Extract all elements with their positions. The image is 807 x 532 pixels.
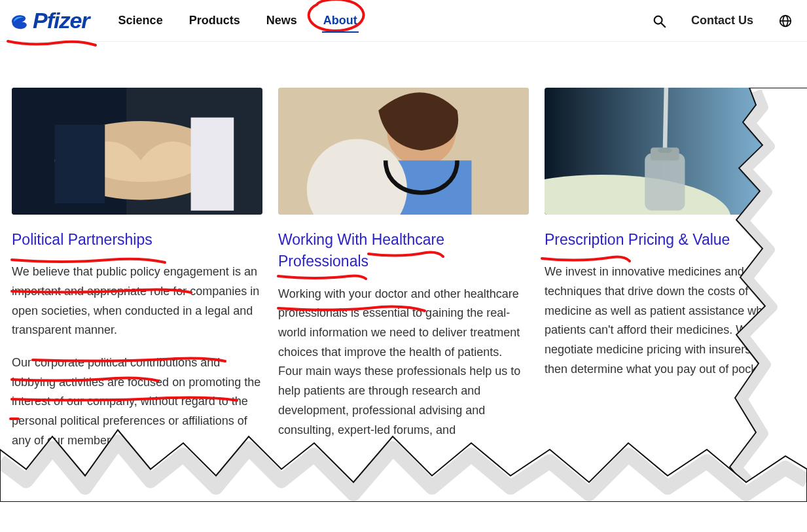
svg-point-19 [658, 148, 672, 154]
card-prescription-pricing: Prescription Pricing & Value We invest i… [545, 88, 795, 464]
contact-link[interactable]: Contact Us [691, 14, 753, 27]
svg-line-1 [662, 23, 666, 26]
nav-item-about[interactable]: About [322, 10, 359, 31]
brand-name: Pfizer [29, 8, 90, 33]
site-header: Pfizer Science Products News About [0, 0, 807, 42]
header-right: Contact Us [652, 14, 793, 28]
card-title-link[interactable]: Political Partnerships [12, 229, 262, 251]
card-body: Working with your doctor and other healt… [278, 285, 529, 440]
nav-item-products[interactable]: Products [188, 10, 242, 31]
svg-rect-9 [191, 118, 234, 211]
main-nav: Science Products News About [117, 10, 359, 31]
svg-point-0 [655, 16, 662, 24]
card-body-text: Our corporate political contributions an… [12, 356, 260, 447]
card-title-link[interactable]: Working With Healthcare Professionals [278, 229, 529, 273]
pfizer-swirl-icon [9, 11, 29, 31]
card-image [545, 88, 795, 215]
card-body-text: Working with your doctor and other healt… [278, 287, 520, 436]
card-body-text: We believe that public policy engagement… [12, 265, 259, 336]
card-image [12, 88, 262, 215]
card-body: Our corporate political contributions an… [12, 353, 262, 450]
card-body: We invest in innovative medicines and te… [545, 262, 795, 379]
card-grid: Political Partnerships We believe that p… [0, 42, 807, 490]
nav-item-science[interactable]: Science [117, 10, 164, 31]
card-healthcare-professionals: Working With Healthcare Professionals Wo… [278, 88, 529, 464]
card-political-partnerships: Political Partnerships We believe that p… [12, 88, 262, 464]
svg-line-18 [665, 88, 666, 153]
svg-rect-8 [55, 125, 105, 204]
card-title-link[interactable]: Prescription Pricing & Value [545, 229, 795, 251]
card-body: We believe that public policy engagement… [12, 262, 262, 340]
nav-item-news[interactable]: News [265, 10, 298, 31]
globe-icon[interactable] [778, 14, 793, 28]
search-icon[interactable] [652, 14, 666, 28]
brand-logo[interactable]: Pfizer [9, 8, 90, 33]
card-image [278, 88, 529, 215]
svg-rect-16 [645, 153, 685, 211]
